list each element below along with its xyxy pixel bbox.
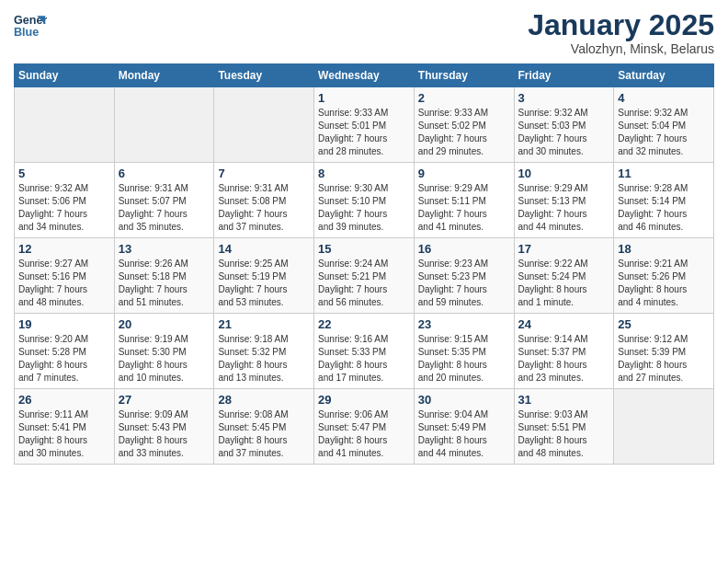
table-row: 2Sunrise: 9:33 AMSunset: 5:02 PMDaylight… — [414, 87, 514, 163]
table-row: 28Sunrise: 9:08 AMSunset: 5:45 PMDayligh… — [214, 389, 314, 465]
header-wednesday: Wednesday — [314, 64, 415, 87]
day-number: 7 — [218, 167, 310, 180]
day-info: Sunrise: 9:08 AMSunset: 5:45 PMDaylight:… — [218, 408, 310, 460]
day-info: Sunrise: 9:29 AMSunset: 5:13 PMDaylight:… — [518, 182, 610, 234]
table-row: 6Sunrise: 9:31 AMSunset: 5:07 PMDaylight… — [114, 163, 214, 238]
table-row: 30Sunrise: 9:04 AMSunset: 5:49 PMDayligh… — [414, 389, 514, 465]
day-info: Sunrise: 9:29 AMSunset: 5:11 PMDaylight:… — [418, 182, 510, 234]
table-row: 21Sunrise: 9:18 AMSunset: 5:32 PMDayligh… — [214, 314, 314, 389]
table-row: 17Sunrise: 9:22 AMSunset: 5:24 PMDayligh… — [514, 238, 614, 314]
day-number: 16 — [418, 242, 510, 256]
day-number: 30 — [418, 393, 510, 407]
day-number: 9 — [418, 167, 510, 180]
day-number: 25 — [618, 317, 710, 331]
day-info: Sunrise: 9:33 AMSunset: 5:01 PMDaylight:… — [318, 107, 410, 158]
day-info: Sunrise: 9:23 AMSunset: 5:23 PMDaylight:… — [418, 258, 510, 309]
header-thursday: Thursday — [414, 64, 514, 87]
day-number: 21 — [218, 317, 310, 331]
table-row: 31Sunrise: 9:03 AMSunset: 5:51 PMDayligh… — [514, 389, 614, 465]
day-number: 18 — [618, 242, 710, 256]
day-info: Sunrise: 9:32 AMSunset: 5:03 PMDaylight:… — [518, 107, 610, 158]
day-number: 17 — [518, 242, 610, 256]
header-saturday: Saturday — [614, 64, 714, 87]
day-number: 23 — [418, 317, 510, 331]
day-number: 6 — [119, 167, 210, 180]
day-info: Sunrise: 9:15 AMSunset: 5:35 PMDaylight:… — [418, 333, 510, 385]
day-info: Sunrise: 9:03 AMSunset: 5:51 PMDaylight:… — [518, 408, 610, 460]
day-info: Sunrise: 9:32 AMSunset: 5:06 PMDaylight:… — [18, 182, 110, 234]
day-number: 5 — [18, 167, 110, 180]
table-row: 12Sunrise: 9:27 AMSunset: 5:16 PMDayligh… — [15, 238, 115, 314]
day-info: Sunrise: 9:19 AMSunset: 5:30 PMDaylight:… — [119, 333, 210, 385]
day-info: Sunrise: 9:32 AMSunset: 5:04 PMDaylight:… — [618, 107, 710, 158]
table-row: 19Sunrise: 9:20 AMSunset: 5:28 PMDayligh… — [15, 314, 115, 389]
calendar-week-row: 26Sunrise: 9:11 AMSunset: 5:41 PMDayligh… — [15, 389, 714, 465]
day-number: 15 — [318, 242, 410, 256]
day-info: Sunrise: 9:04 AMSunset: 5:49 PMDaylight:… — [418, 408, 510, 460]
day-info: Sunrise: 9:31 AMSunset: 5:08 PMDaylight:… — [218, 182, 310, 234]
day-info: Sunrise: 9:06 AMSunset: 5:47 PMDaylight:… — [318, 408, 410, 460]
header-monday: Monday — [114, 64, 214, 87]
calendar-table: Sunday Monday Tuesday Wednesday Thursday… — [14, 63, 714, 465]
table-row — [15, 87, 115, 163]
table-row — [214, 87, 314, 163]
day-number: 29 — [318, 393, 410, 407]
table-row: 18Sunrise: 9:21 AMSunset: 5:26 PMDayligh… — [614, 238, 714, 314]
table-row — [114, 87, 214, 163]
table-row: 26Sunrise: 9:11 AMSunset: 5:41 PMDayligh… — [15, 389, 115, 465]
table-row: 24Sunrise: 9:14 AMSunset: 5:37 PMDayligh… — [514, 314, 614, 389]
table-row: 22Sunrise: 9:16 AMSunset: 5:33 PMDayligh… — [314, 314, 415, 389]
day-info: Sunrise: 9:26 AMSunset: 5:18 PMDaylight:… — [119, 258, 210, 309]
day-number: 1 — [318, 91, 410, 105]
day-info: Sunrise: 9:24 AMSunset: 5:21 PMDaylight:… — [318, 258, 410, 309]
svg-text:Blue: Blue — [14, 26, 39, 39]
logo-icon: General Blue — [14, 9, 47, 42]
day-info: Sunrise: 9:09 AMSunset: 5:43 PMDaylight:… — [119, 408, 210, 460]
calendar-page: General Blue January 2025 Valozhyn, Mins… — [0, 0, 728, 563]
day-info: Sunrise: 9:28 AMSunset: 5:14 PMDaylight:… — [618, 182, 710, 234]
table-row: 20Sunrise: 9:19 AMSunset: 5:30 PMDayligh… — [114, 314, 214, 389]
day-number: 27 — [119, 393, 210, 407]
table-row — [614, 389, 714, 465]
calendar-week-row: 5Sunrise: 9:32 AMSunset: 5:06 PMDaylight… — [15, 163, 714, 238]
day-info: Sunrise: 9:20 AMSunset: 5:28 PMDaylight:… — [18, 333, 110, 385]
day-number: 19 — [18, 317, 110, 331]
day-info: Sunrise: 9:14 AMSunset: 5:37 PMDaylight:… — [518, 333, 610, 385]
table-row: 3Sunrise: 9:32 AMSunset: 5:03 PMDaylight… — [514, 87, 614, 163]
table-row: 29Sunrise: 9:06 AMSunset: 5:47 PMDayligh… — [314, 389, 415, 465]
day-number: 22 — [318, 317, 410, 331]
table-row: 23Sunrise: 9:15 AMSunset: 5:35 PMDayligh… — [414, 314, 514, 389]
calendar-title: January 2025 — [528, 9, 714, 41]
header-friday: Friday — [514, 64, 614, 87]
table-row: 10Sunrise: 9:29 AMSunset: 5:13 PMDayligh… — [514, 163, 614, 238]
logo: General Blue — [14, 9, 47, 42]
calendar-week-row: 1Sunrise: 9:33 AMSunset: 5:01 PMDaylight… — [15, 87, 714, 163]
day-info: Sunrise: 9:33 AMSunset: 5:02 PMDaylight:… — [418, 107, 510, 158]
day-info: Sunrise: 9:31 AMSunset: 5:07 PMDaylight:… — [119, 182, 210, 234]
day-number: 26 — [18, 393, 110, 407]
day-info: Sunrise: 9:21 AMSunset: 5:26 PMDaylight:… — [618, 258, 710, 309]
day-number: 31 — [518, 393, 610, 407]
title-section: January 2025 Valozhyn, Minsk, Belarus — [528, 9, 714, 56]
header-sunday: Sunday — [15, 64, 115, 87]
table-row: 14Sunrise: 9:25 AMSunset: 5:19 PMDayligh… — [214, 238, 314, 314]
table-row: 7Sunrise: 9:31 AMSunset: 5:08 PMDaylight… — [214, 163, 314, 238]
day-info: Sunrise: 9:11 AMSunset: 5:41 PMDaylight:… — [18, 408, 110, 460]
day-info: Sunrise: 9:25 AMSunset: 5:19 PMDaylight:… — [218, 258, 310, 309]
table-row: 8Sunrise: 9:30 AMSunset: 5:10 PMDaylight… — [314, 163, 415, 238]
day-info: Sunrise: 9:16 AMSunset: 5:33 PMDaylight:… — [318, 333, 410, 385]
day-number: 20 — [119, 317, 210, 331]
day-number: 3 — [518, 91, 610, 105]
day-number: 11 — [618, 167, 710, 180]
table-row: 25Sunrise: 9:12 AMSunset: 5:39 PMDayligh… — [614, 314, 714, 389]
table-row: 1Sunrise: 9:33 AMSunset: 5:01 PMDaylight… — [314, 87, 415, 163]
day-number: 4 — [618, 91, 710, 105]
day-number: 2 — [418, 91, 510, 105]
table-row: 4Sunrise: 9:32 AMSunset: 5:04 PMDaylight… — [614, 87, 714, 163]
day-number: 8 — [318, 167, 410, 180]
day-number: 12 — [18, 242, 110, 256]
calendar-subtitle: Valozhyn, Minsk, Belarus — [528, 41, 714, 56]
table-row: 9Sunrise: 9:29 AMSunset: 5:11 PMDaylight… — [414, 163, 514, 238]
table-row: 13Sunrise: 9:26 AMSunset: 5:18 PMDayligh… — [114, 238, 214, 314]
table-row: 16Sunrise: 9:23 AMSunset: 5:23 PMDayligh… — [414, 238, 514, 314]
